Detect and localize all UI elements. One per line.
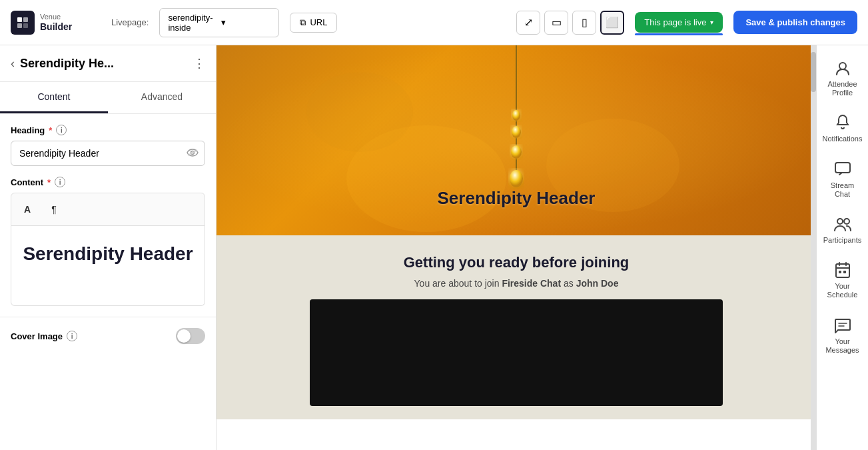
sidebar-item-messages[interactable]: YourMessages bbox=[819, 309, 866, 361]
right-sidebar: AttendeeProfile Notifications StreamChat bbox=[816, 45, 868, 450]
sidebar-item-participants-label: Participants bbox=[823, 236, 861, 245]
page-status-button[interactable]: This page is live ▾ bbox=[635, 12, 723, 33]
canvas-inner: Serendipity Header Getting you ready bef… bbox=[217, 45, 816, 450]
svg-rect-23 bbox=[843, 271, 846, 273]
svg-rect-1 bbox=[23, 17, 28, 22]
tab-advanced[interactable]: Advanced bbox=[108, 82, 216, 113]
external-icon: ⤢ bbox=[524, 16, 533, 29]
external-preview-button[interactable]: ⤢ bbox=[516, 11, 540, 35]
sidebar-tabs: Content Advanced bbox=[0, 82, 216, 114]
heading-required-marker: * bbox=[49, 125, 52, 135]
eye-icon[interactable] bbox=[187, 147, 199, 159]
svg-rect-3 bbox=[23, 23, 28, 28]
status-chevron-icon: ▾ bbox=[710, 19, 713, 26]
text-style-button[interactable]: A bbox=[17, 199, 38, 220]
video-preview-area bbox=[310, 299, 723, 406]
paragraph-icon: ¶ bbox=[51, 204, 57, 215]
scrollbar-track[interactable] bbox=[811, 45, 816, 450]
desktop-view-button[interactable]: ⬜ bbox=[600, 11, 624, 35]
topbar: Venue Builder Livepage: serendipity-insi… bbox=[0, 0, 868, 45]
left-sidebar: ‹ Serendipity He... ⋮ Content Advanced H… bbox=[0, 45, 217, 450]
joining-title: Getting you ready before joining bbox=[230, 254, 803, 271]
svg-point-17 bbox=[844, 219, 849, 224]
canvas-area: Serendipity Header Getting you ready bef… bbox=[217, 45, 816, 450]
heading-input-wrap bbox=[11, 141, 205, 166]
profile-icon bbox=[833, 59, 852, 77]
cover-image-area: Serendipity Header bbox=[217, 45, 816, 235]
main-layout: ‹ Serendipity He... ⋮ Content Advanced H… bbox=[0, 45, 868, 450]
device-icons: ⤢ ▭ ▯ ⬜ bbox=[516, 11, 624, 35]
url-button[interactable]: ⧉ URL bbox=[290, 13, 337, 33]
sidebar-item-participants[interactable]: Participants bbox=[819, 208, 866, 251]
mobile-icon: ▯ bbox=[582, 16, 588, 29]
livepage-dropdown[interactable]: serendipity-inside ▾ bbox=[159, 8, 279, 37]
svg-point-16 bbox=[837, 219, 843, 224]
sidebar-item-chat[interactable]: StreamChat bbox=[819, 153, 866, 205]
logo-text: Venue Builder bbox=[40, 13, 72, 33]
logo-icon bbox=[11, 11, 35, 35]
heading-field-label: Heading * i bbox=[11, 125, 205, 135]
cover-page-heading: Serendipity Header bbox=[438, 188, 596, 209]
cover-image-toggle[interactable] bbox=[176, 328, 205, 344]
sidebar-item-notifications[interactable]: Notifications bbox=[819, 107, 866, 150]
cover-image-label: Cover Image i bbox=[11, 331, 77, 341]
svg-point-13 bbox=[306, 72, 413, 152]
svg-point-8 bbox=[511, 145, 522, 159]
content-required-marker: * bbox=[47, 177, 51, 187]
sidebar-item-messages-label: YourMessages bbox=[825, 337, 859, 355]
sidebar-title: Serendipity He... bbox=[20, 57, 188, 71]
svg-rect-22 bbox=[839, 271, 841, 273]
heading-input[interactable] bbox=[11, 141, 205, 166]
participants-icon bbox=[833, 215, 852, 233]
link-icon: ⧉ bbox=[300, 17, 306, 28]
svg-point-14 bbox=[839, 63, 846, 69]
heading-info-icon[interactable]: i bbox=[56, 125, 67, 135]
tab-content[interactable]: Content bbox=[0, 82, 108, 113]
livepage-label: Livepage: bbox=[111, 17, 149, 27]
cover-image-section: Cover Image i bbox=[0, 317, 216, 355]
sidebar-item-schedule[interactable]: YourSchedule bbox=[819, 254, 866, 306]
sidebar-item-chat-label: StreamChat bbox=[831, 181, 854, 199]
svg-rect-0 bbox=[17, 17, 22, 22]
page-content-area: Getting you ready before joining You are… bbox=[217, 235, 816, 419]
content-field-label: Content * i bbox=[11, 177, 205, 187]
paragraph-button[interactable]: ¶ bbox=[43, 199, 65, 220]
svg-rect-2 bbox=[17, 23, 22, 28]
content-toolbar: A ¶ bbox=[11, 193, 205, 226]
sidebar-item-notifications-label: Notifications bbox=[823, 135, 863, 143]
sidebar-header: ‹ Serendipity He... ⋮ bbox=[0, 45, 216, 82]
content-preview: Serendipity Header bbox=[11, 226, 205, 306]
form-area: Heading * i Content * bbox=[0, 114, 216, 317]
schedule-icon bbox=[833, 261, 852, 279]
sidebar-item-schedule-label: YourSchedule bbox=[827, 282, 858, 299]
scrollbar-thumb[interactable] bbox=[811, 52, 816, 92]
desktop-icon: ⬜ bbox=[606, 16, 619, 29]
publish-button[interactable]: Save & publish changes bbox=[733, 11, 857, 34]
messages-icon bbox=[833, 316, 852, 335]
chevron-down-icon: ▾ bbox=[221, 17, 270, 27]
notifications-icon bbox=[833, 113, 852, 132]
joining-subtitle: You are about to join Fireside Chat as J… bbox=[230, 278, 803, 289]
content-section: Content * i A ¶ Serendipity Header bbox=[11, 177, 205, 306]
page-preview: Serendipity Header Getting you ready bef… bbox=[217, 45, 816, 450]
logo: Venue Builder bbox=[11, 11, 101, 35]
svg-point-7 bbox=[510, 170, 523, 187]
content-preview-text: Serendipity Header bbox=[22, 242, 194, 266]
content-info-icon[interactable]: i bbox=[55, 177, 65, 187]
tablet-view-button[interactable]: ▭ bbox=[544, 11, 568, 35]
toggle-knob bbox=[177, 329, 191, 343]
mobile-view-button[interactable]: ▯ bbox=[572, 11, 596, 35]
back-button[interactable]: ‹ bbox=[11, 57, 15, 71]
svg-point-10 bbox=[512, 110, 520, 121]
svg-rect-18 bbox=[836, 264, 849, 277]
tablet-icon: ▭ bbox=[552, 16, 562, 29]
more-options-button[interactable]: ⋮ bbox=[193, 56, 205, 71]
cover-info-icon[interactable]: i bbox=[67, 331, 77, 341]
svg-point-9 bbox=[512, 126, 521, 138]
chat-icon bbox=[833, 160, 852, 179]
svg-rect-15 bbox=[835, 163, 850, 173]
sidebar-item-profile-label: AttendeeProfile bbox=[827, 80, 857, 97]
text-style-icon: A bbox=[24, 204, 31, 215]
sidebar-item-profile[interactable]: AttendeeProfile bbox=[819, 52, 866, 104]
